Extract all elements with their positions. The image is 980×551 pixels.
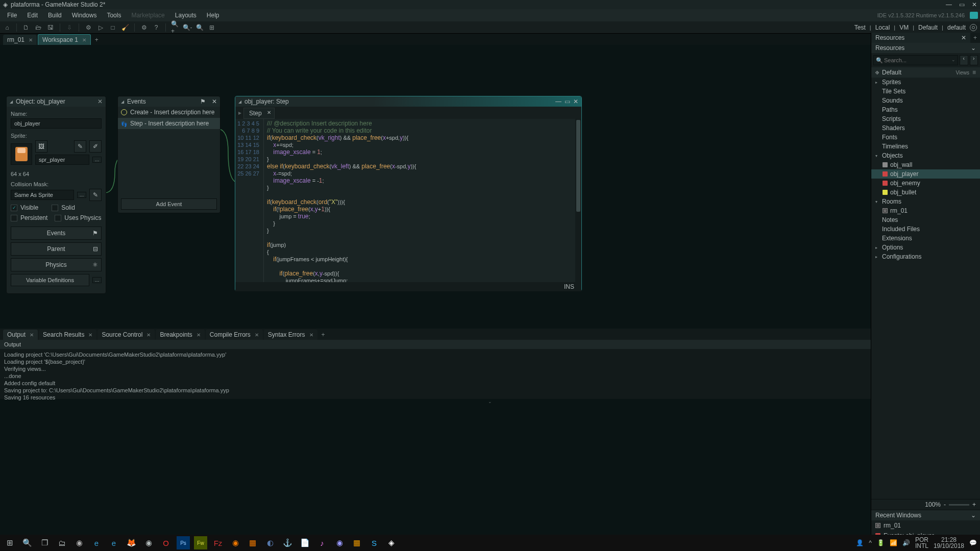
stop-icon[interactable]: □	[109, 23, 117, 32]
menu-help[interactable]: Help	[202, 10, 225, 20]
firefox-icon[interactable]: 🦊	[125, 536, 138, 549]
tab-add-icon[interactable]: +	[92, 35, 102, 45]
tree-node[interactable]: Included Files	[871, 224, 980, 234]
object-name-input[interactable]	[11, 118, 102, 129]
app-icon[interactable]: 📄	[298, 536, 311, 549]
menu-marketplace[interactable]: Marketplace	[126, 10, 169, 20]
new-project-icon[interactable]: 🗋	[22, 23, 30, 32]
search-next-icon[interactable]: ›	[970, 55, 978, 65]
tab-search-results[interactable]: Search Results✕	[39, 330, 96, 340]
tree-node[interactable]: Timelines	[871, 142, 980, 151]
skype-icon[interactable]: S	[368, 536, 381, 549]
recent-window-item[interactable]: rm_01	[871, 520, 980, 531]
explorer-icon[interactable]: 🗂	[55, 536, 68, 549]
anchor-icon[interactable]: ⎆	[875, 69, 879, 76]
zoom-in-icon[interactable]: 🔍+	[171, 23, 179, 32]
gamemaker-icon[interactable]: ◈	[385, 536, 398, 549]
tray-up-icon[interactable]: ^	[869, 539, 872, 546]
sprite-dropdown-icon[interactable]: …	[92, 157, 102, 163]
resources-header[interactable]: Resources⌄	[871, 43, 980, 53]
ie-icon[interactable]: e	[90, 536, 103, 549]
tree-node[interactable]: rm_01	[871, 206, 980, 215]
collision-input[interactable]	[11, 190, 74, 200]
filezilla-icon[interactable]: Fz	[211, 536, 225, 549]
search-prev-icon[interactable]: ‹	[960, 55, 968, 65]
panel-minimize-icon[interactable]: ―	[555, 98, 561, 105]
event-create[interactable]: Create - Insert description here	[118, 107, 220, 118]
edit-sprite-icon[interactable]: ✎	[74, 140, 86, 153]
language-indicator[interactable]: PORINTL	[915, 537, 928, 549]
zoom-slider[interactable]	[949, 504, 969, 506]
tab-source-control[interactable]: Source Control✕	[97, 330, 155, 340]
solid-checkbox[interactable]	[52, 205, 58, 211]
itunes-icon[interactable]: ♪	[315, 536, 329, 549]
debug-icon[interactable]: ⚙	[84, 23, 92, 32]
physics-button[interactable]: Physics⚛	[11, 258, 102, 271]
events-button[interactable]: Events⚑	[11, 227, 102, 240]
start-icon[interactable]: ⊞	[3, 536, 16, 549]
people-icon[interactable]: 👤	[856, 539, 864, 546]
steam-icon[interactable]: ◉	[72, 536, 86, 549]
battery-icon[interactable]: 🔋	[877, 539, 885, 546]
dock-icon[interactable]: ⊞	[208, 23, 216, 32]
zoom-reset-icon[interactable]: 🔍	[195, 23, 204, 32]
tab-add-icon[interactable]: +	[318, 330, 328, 340]
tree-node[interactable]: Scripts	[871, 114, 980, 123]
tab-close-icon[interactable]: ✕	[82, 37, 86, 43]
collision-dropdown-icon[interactable]: …	[77, 192, 86, 198]
sprite-name-input[interactable]	[35, 155, 89, 165]
target-icon[interactable]	[970, 24, 977, 31]
minimize-icon[interactable]: ―	[946, 1, 952, 8]
save-icon[interactable]: 🖫	[46, 23, 55, 32]
home-icon[interactable]: ⌂	[3, 23, 11, 32]
photoshop-icon[interactable]: Ps	[177, 536, 190, 549]
collapse-icon[interactable]: ◢	[238, 99, 241, 104]
edit-image-icon[interactable]: ✐	[89, 140, 102, 153]
chevron-down-icon[interactable]: ⌄	[951, 57, 955, 62]
notification-icon[interactable]	[970, 12, 978, 19]
panel-maximize-icon[interactable]: ▭	[565, 98, 570, 105]
code-text[interactable]: /// @description Insert description here…	[264, 119, 575, 282]
vardef-more-icon[interactable]: …	[92, 277, 102, 283]
target-config[interactable]: default	[946, 24, 967, 31]
search-input[interactable]	[873, 55, 958, 65]
target-default[interactable]: Default	[917, 24, 939, 31]
new-sprite-icon[interactable]: 🖼	[35, 140, 47, 153]
tab-output[interactable]: Output✕	[3, 330, 38, 340]
target-local[interactable]: Local	[874, 24, 891, 31]
panel-close-icon[interactable]: ✕	[97, 98, 103, 105]
maximize-icon[interactable]: ▭	[959, 1, 965, 8]
close-icon[interactable]: ✕	[972, 1, 977, 8]
expander-handle[interactable]: ⌄	[0, 399, 980, 405]
edge-icon[interactable]: e	[107, 536, 120, 549]
resources-tab[interactable]: Resources✕	[871, 33, 970, 43]
panel-close-icon[interactable]: ✕	[212, 98, 217, 105]
tab-rm01[interactable]: rm_01✕	[3, 35, 37, 45]
workspace[interactable]: ◢ Object: obj_player ✕ Name: Sprite: 🖼 ✎…	[0, 45, 980, 329]
parent-button[interactable]: Parent⊟	[11, 242, 102, 256]
tab-syntax-errors[interactable]: Syntax Errors✕	[264, 330, 317, 340]
sprite-preview[interactable]	[11, 143, 32, 165]
object-panel-header[interactable]: ◢ Object: obj_player ✕	[7, 96, 106, 107]
tab-add-icon[interactable]: +	[970, 33, 980, 43]
chevron-down-icon[interactable]: ⌄	[971, 44, 976, 52]
open-project-icon[interactable]: 🗁	[34, 23, 42, 32]
persistent-checkbox[interactable]	[11, 215, 17, 221]
hamburger-icon[interactable]: ≡	[972, 69, 976, 76]
collapse-icon[interactable]: ◢	[121, 99, 124, 104]
resources-tree[interactable]: ▸SpritesTile SetsSoundsPathsScriptsShade…	[871, 78, 980, 499]
tab-close-icon[interactable]: ✕	[29, 37, 33, 43]
chevron-down-icon[interactable]: ⌄	[971, 512, 976, 519]
code-panel-header[interactable]: ◢ obj_player: Step ― ▭ ✕	[235, 96, 581, 107]
tree-node[interactable]: obj_wall	[871, 160, 980, 169]
expand-icon[interactable]: ▸	[236, 108, 243, 119]
tab-workspace1[interactable]: Workspace 1✕	[38, 34, 91, 45]
taskview-icon[interactable]: ❐	[38, 536, 51, 549]
tree-node[interactable]: Sounds	[871, 96, 980, 105]
tree-node[interactable]: ▸Options	[871, 243, 980, 252]
code-tab-step[interactable]: Step✕	[243, 108, 275, 119]
tree-node[interactable]: ▾Objects	[871, 151, 980, 160]
tab-close-icon[interactable]: ✕	[267, 110, 271, 115]
tab-breakpoints[interactable]: Breakpoints✕	[156, 330, 204, 340]
add-event-button[interactable]: Add Event	[121, 198, 217, 210]
